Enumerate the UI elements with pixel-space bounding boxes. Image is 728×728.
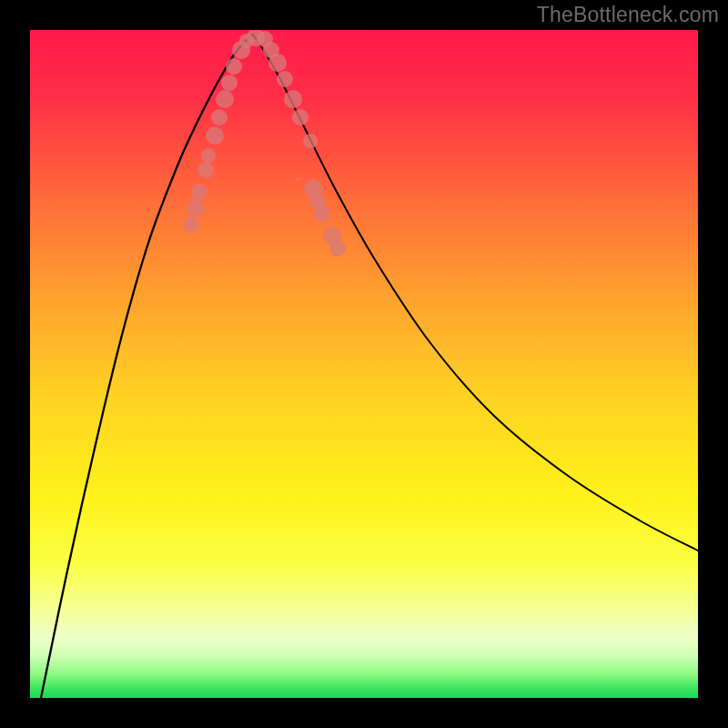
curve-layer [30, 30, 698, 698]
data-marker [191, 184, 207, 200]
data-marker [297, 177, 300, 181]
data-marker [329, 240, 346, 257]
data-marker [216, 90, 234, 108]
data-marker [187, 199, 205, 217]
data-marker [226, 58, 242, 75]
data-marker [314, 206, 330, 222]
watermark-text: TheBottleneck.com [537, 3, 719, 27]
data-marker [211, 109, 228, 126]
data-marker [201, 148, 216, 163]
data-marker [303, 134, 318, 148]
chart-area [30, 30, 698, 698]
data-marker [292, 109, 308, 126]
data-marker [221, 75, 238, 91]
data-marker [268, 54, 287, 72]
data-marker [183, 217, 199, 233]
curve-right [253, 35, 698, 551]
data-marker [277, 71, 293, 87]
data-marker [197, 162, 214, 178]
data-marker [206, 126, 224, 145]
data-marker [284, 90, 302, 108]
marker-group [183, 30, 346, 257]
